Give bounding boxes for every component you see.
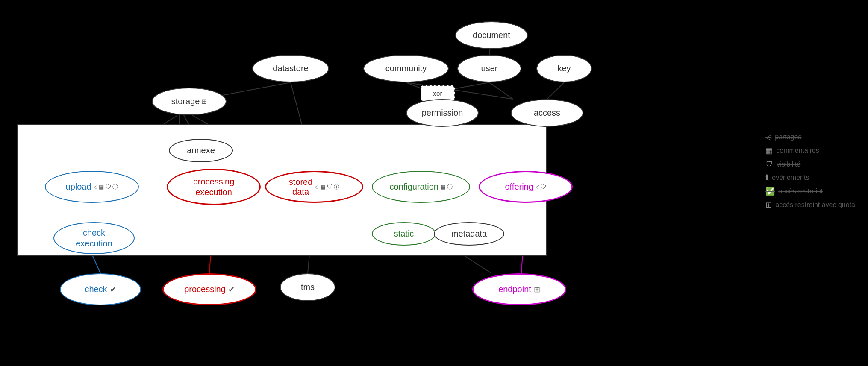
node-check_execution: checkexecution	[53, 222, 135, 254]
node-annexe: annexe	[169, 139, 233, 162]
node-datastore: datastore	[252, 55, 329, 82]
info-icon: ℹ	[765, 173, 768, 182]
legend: ◁ partages ▦ commentaires 🛡 visibilité ℹ…	[765, 132, 855, 210]
node-static: static	[372, 222, 436, 246]
comment-icon: ▦	[765, 146, 773, 155]
node-document: document	[455, 21, 528, 49]
node-configuration: configuration ▦ ⓘ	[372, 171, 470, 203]
svg-line-4	[547, 82, 564, 99]
node-community: community	[363, 55, 449, 82]
node-metadata: metadata	[434, 222, 504, 246]
legend-visibilite: 🛡 visibilité	[765, 160, 855, 169]
legend-partages: ◁ partages	[765, 132, 855, 142]
node-endpoint: endpoint ⊞	[472, 273, 566, 305]
node-processing: processing ✔	[162, 273, 256, 305]
svg-line-16	[92, 254, 100, 273]
grid-check-icon: ⊞	[765, 200, 772, 210]
node-storage: storage ⊞	[152, 88, 227, 115]
legend-acces-quota: ⊞ accès restreint avec quota	[765, 200, 855, 210]
legend-commentaires: ▦ commentaires	[765, 146, 855, 155]
node-user: user	[457, 55, 521, 82]
shield-icon: 🛡	[765, 160, 773, 169]
share-icon: ◁	[765, 132, 771, 142]
legend-acces-restreint: ✅ accès restreint	[765, 187, 855, 196]
node-check: check ✔	[60, 273, 141, 305]
node-key: key	[536, 55, 592, 82]
node-stored_data: storeddata ◁ ▦ 🛡 ⓘ	[265, 171, 363, 203]
node-permission: permission	[406, 99, 479, 127]
node-upload: upload ◁ ▦ 🛡 ⓘ	[45, 171, 139, 203]
check-circle-icon: ✅	[765, 187, 775, 196]
node-access: access	[511, 99, 583, 127]
node-processing_execution: processingexecution	[167, 169, 261, 205]
node-offering: offering ◁ 🛡	[479, 171, 573, 203]
legend-evenements: ℹ événements	[765, 173, 855, 182]
svg-line-5	[489, 82, 513, 99]
node-tms: tms	[280, 273, 335, 301]
